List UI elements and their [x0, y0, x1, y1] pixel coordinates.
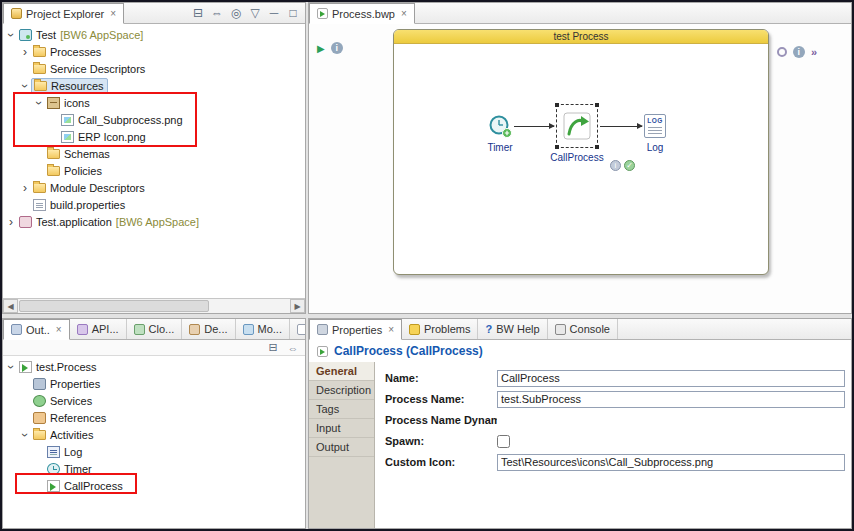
spawn-checkbox[interactable] [497, 435, 510, 448]
run-icon[interactable]: ▶ [317, 43, 325, 54]
tab-problems[interactable]: Problems [402, 319, 478, 339]
tree-item-erp-icon-png[interactable]: ERP Icon.png [3, 128, 305, 145]
tab-process-bwp[interactable]: Process.bwp × [309, 3, 415, 24]
scroll-left-icon[interactable]: ◀ [3, 299, 18, 313]
spawn-label: Spawn: [385, 435, 497, 447]
close-icon[interactable]: × [401, 8, 407, 19]
side-tab-output[interactable]: Output [309, 438, 374, 457]
tree-item-references[interactable]: References [3, 409, 305, 426]
tab-outline[interactable]: Out.. × [3, 319, 70, 340]
close-icon[interactable]: × [110, 8, 116, 19]
tab-bw-help[interactable]: ? BW Help [478, 319, 547, 339]
expand-icon[interactable]: » [811, 46, 817, 58]
process-name-field[interactable] [497, 391, 845, 408]
tree-item-callprocess[interactable]: CallProcess [3, 477, 305, 494]
tree-item-label: Test.application [36, 216, 112, 228]
tree-item-activities[interactable]: › Activities [3, 426, 305, 443]
timer-node[interactable] [488, 114, 512, 140]
tree-item-service-descriptors[interactable]: Service Descriptors [3, 60, 305, 77]
expander-icon[interactable]: › [5, 216, 17, 228]
process-title-bar: test Process [394, 30, 768, 44]
tree-item-build-properties[interactable]: build.properties [3, 196, 305, 213]
tree-item-label: Service Descriptors [50, 63, 145, 75]
tree-item-call-subprocess-png[interactable]: Call_Subprocess.png [3, 111, 305, 128]
properties-title: CallProcess (CallProcess) [334, 344, 483, 358]
link-with-editor-icon[interactable]: ⇔ [210, 6, 224, 20]
tree-item-module-descriptors[interactable]: › Module Descriptors [3, 179, 305, 196]
project-explorer-tree: › Test [BW6 AppSpace] › Processes Servic… [3, 24, 305, 230]
expander-icon[interactable]: › [33, 97, 45, 109]
properties-tabbar: Properties × Problems ? BW Help Console [309, 319, 851, 340]
expander-icon[interactable]: › [19, 46, 31, 58]
timer-icon [488, 114, 512, 138]
close-icon[interactable]: × [56, 324, 62, 335]
tree-item-icons[interactable]: › icons [3, 94, 305, 111]
scrollbar-thumb[interactable] [19, 300, 209, 312]
tab-properties[interactable]: Properties × [309, 319, 402, 340]
expander-icon[interactable]: › [19, 429, 31, 441]
expander-icon[interactable]: › [5, 361, 17, 373]
outline-icon [11, 324, 22, 335]
side-tab-tags[interactable]: Tags [309, 400, 374, 419]
tree-item-properties[interactable]: Properties [3, 375, 305, 392]
log-node[interactable]: LOG [644, 114, 666, 138]
tree-item-resources[interactable]: › Resources [3, 77, 305, 94]
tab-file-explorer[interactable]: File... [290, 319, 306, 339]
info-icon[interactable]: i [331, 42, 343, 54]
properties-icon [317, 324, 328, 335]
info-icon[interactable]: i [793, 46, 805, 58]
check-decorator-icon[interactable]: ✓ [624, 160, 635, 171]
connection-timer-callprocess[interactable] [514, 126, 554, 127]
name-field[interactable] [497, 370, 845, 387]
tree-item-processes[interactable]: › Processes [3, 43, 305, 60]
process-file-icon [317, 8, 328, 19]
view-menu-icon[interactable]: ▽ [248, 6, 262, 20]
tab-api-explorer[interactable]: API... [70, 319, 127, 339]
selection-handle[interactable] [595, 103, 599, 107]
tab-project-explorer[interactable]: Project Explorer × [3, 3, 124, 24]
tab-label: Mo... [258, 323, 282, 335]
expander-icon[interactable]: › [19, 80, 31, 92]
scrollbar-track[interactable] [18, 299, 290, 313]
tab-console[interactable]: Console [548, 319, 618, 339]
selection-handle[interactable] [595, 145, 599, 149]
edit-decorator-icon[interactable]: i [610, 160, 621, 171]
overview-icon[interactable] [777, 47, 787, 57]
tab-cloud[interactable]: Clo... [127, 319, 183, 339]
tab-debug[interactable]: De... [182, 319, 235, 339]
tree-item-test-process[interactable]: › test.Process [3, 358, 305, 375]
side-tab-general[interactable]: General [309, 362, 374, 381]
tree-item-services[interactable]: Services [3, 392, 305, 409]
callprocess-decorators: i ✓ [610, 160, 635, 171]
collapse-all-icon[interactable]: ⊟ [191, 6, 205, 20]
callprocess-node[interactable] [556, 104, 598, 148]
focus-icon[interactable]: ◎ [229, 6, 243, 20]
link-with-editor-icon[interactable]: ⇔ [286, 342, 300, 354]
scroll-right-icon[interactable]: ▶ [290, 299, 305, 313]
close-icon[interactable]: × [388, 324, 394, 335]
field-row-name: Name: [385, 368, 847, 388]
tree-item-schemas[interactable]: Schemas [3, 145, 305, 162]
expander-icon[interactable]: › [5, 29, 17, 41]
side-tab-input[interactable]: Input [309, 419, 374, 438]
tree-item-test[interactable]: › Test [BW6 AppSpace] [3, 26, 305, 43]
connection-callprocess-log[interactable] [600, 126, 642, 127]
tree-item-timer[interactable]: Timer [3, 460, 305, 477]
tree-item-policies[interactable]: Policies [3, 162, 305, 179]
side-tab-description[interactable]: Description [309, 381, 374, 400]
process-name-dynamic-label: Process Name Dynamic o [385, 414, 497, 426]
horizontal-scrollbar[interactable]: ◀ ▶ [3, 298, 305, 313]
collapse-all-icon[interactable]: ⊟ [266, 341, 280, 354]
process-canvas[interactable]: test Process Timer [393, 29, 769, 275]
expander-icon[interactable]: › [19, 182, 31, 194]
selection-handle[interactable] [555, 145, 559, 149]
properties-side-tabs: General Description Tags Input Output [309, 362, 375, 528]
tab-modules[interactable]: Mo... [236, 319, 290, 339]
maximize-icon[interactable]: □ [286, 6, 300, 20]
selection-handle[interactable] [555, 103, 559, 107]
minimize-icon[interactable]: ─ [267, 6, 281, 20]
tree-item-log[interactable]: Log [3, 443, 305, 460]
properties-body: General Description Tags Input Output Na… [309, 362, 851, 528]
tree-item-test-application[interactable]: › Test.application [BW6 AppSpace] [3, 213, 305, 230]
custom-icon-field[interactable] [497, 454, 845, 471]
